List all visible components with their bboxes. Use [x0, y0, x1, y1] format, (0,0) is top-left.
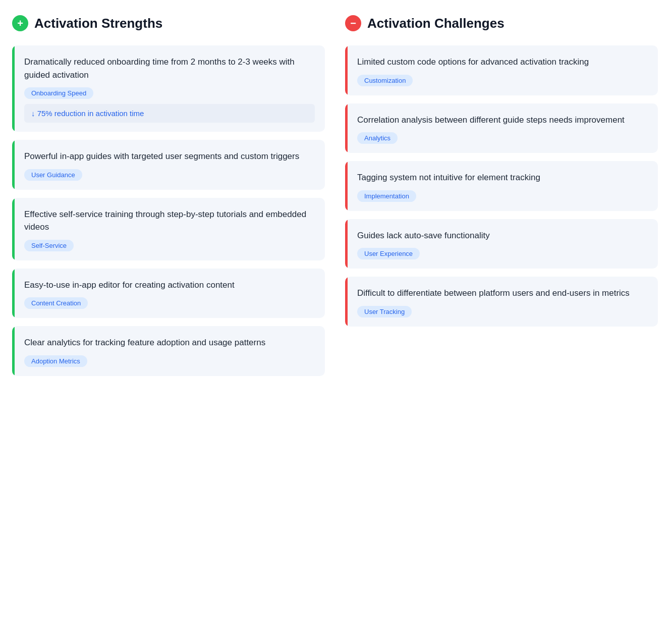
card-tag: Self-Service	[24, 240, 74, 251]
card-text: Difficult to differentiate between platf…	[357, 287, 648, 300]
list-item: Easy-to-use in-app editor for creating a…	[12, 269, 325, 319]
card-tag: Analytics	[357, 132, 398, 144]
card-tag: User Guidance	[24, 169, 82, 181]
strengths-title: Activation Strengths	[34, 16, 162, 31]
card-text: Powerful in-app guides with targeted use…	[24, 150, 315, 163]
list-item: Correlation analysis between different g…	[345, 103, 658, 153]
card-text: Clear analytics for tracking feature ado…	[24, 336, 315, 349]
card-text: Limited custom code options for advanced…	[357, 56, 648, 69]
card-tag: Customization	[357, 75, 413, 86]
list-item: Limited custom code options for advanced…	[345, 45, 658, 95]
card-stat: ↓ 75% reduction in activation time	[24, 104, 315, 123]
list-item: Effective self-service training through …	[12, 198, 325, 260]
list-item: Difficult to differentiate between platf…	[345, 277, 658, 327]
card-text: Correlation analysis between different g…	[357, 114, 648, 127]
strengths-list: Dramatically reduced onboarding time fro…	[12, 45, 325, 376]
challenges-column: − Activation Challenges Limited custom c…	[345, 15, 658, 376]
list-item: Guides lack auto-save functionalityUser …	[345, 219, 658, 269]
card-text: Guides lack auto-save functionality	[357, 229, 648, 242]
main-layout: + Activation Strengths Dramatically redu…	[12, 15, 658, 376]
card-tag: Content Creation	[24, 297, 88, 309]
challenges-header: − Activation Challenges	[345, 15, 658, 31]
strengths-header: + Activation Strengths	[12, 15, 325, 31]
card-tag: Adoption Metrics	[24, 355, 87, 367]
list-item: Clear analytics for tracking feature ado…	[12, 326, 325, 376]
card-text: Easy-to-use in-app editor for creating a…	[24, 279, 315, 292]
card-text: Effective self-service training through …	[24, 208, 315, 234]
card-tag: User Experience	[357, 248, 420, 259]
challenges-list: Limited custom code options for advanced…	[345, 45, 658, 327]
list-item: Dramatically reduced onboarding time fro…	[12, 45, 325, 132]
strengths-column: + Activation Strengths Dramatically redu…	[12, 15, 325, 376]
card-tag: User Tracking	[357, 306, 412, 318]
card-text: Tagging system not intuitive for element…	[357, 171, 648, 184]
card-text: Dramatically reduced onboarding time fro…	[24, 56, 315, 81]
strengths-icon: +	[12, 15, 28, 31]
card-tag: Implementation	[357, 190, 416, 202]
card-tag: Onboarding Speed	[24, 87, 93, 99]
list-item: Powerful in-app guides with targeted use…	[12, 140, 325, 190]
list-item: Tagging system not intuitive for element…	[345, 161, 658, 211]
challenges-icon: −	[345, 15, 361, 31]
challenges-title: Activation Challenges	[367, 16, 505, 31]
